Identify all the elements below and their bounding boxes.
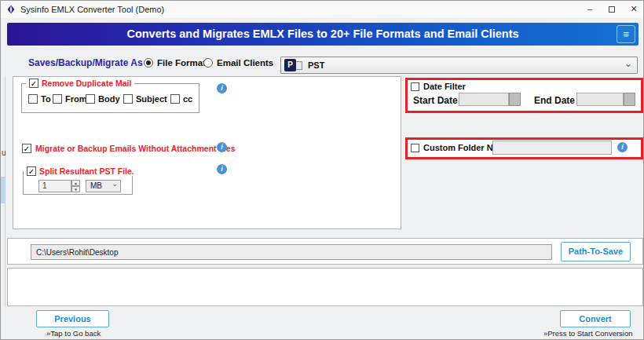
split-size-input[interactable]: 1 (38, 180, 71, 192)
migrate-without-attachment-checkbox[interactable]: ✓ (22, 144, 31, 153)
custom-folder-box: Custom Folder Name i (405, 137, 643, 159)
edge-blue-fragment (1, 177, 5, 203)
outlook-pst-icon: P (284, 59, 305, 71)
criteria-body-checkbox[interactable] (86, 94, 95, 104)
radio-email-clients[interactable]: Email Clients (203, 58, 273, 68)
split-pst-label: Split Resultant PST File. (39, 166, 134, 176)
format-dropdown[interactable]: P PST ⌄ (280, 57, 638, 74)
app-logo-icon (6, 5, 16, 14)
header-banner: Converts and Migrates EMLX Files to 20+ … (7, 23, 639, 46)
criteria-subject-label: Subject (136, 94, 167, 104)
date-filter-row[interactable]: Date Filter (411, 82, 466, 91)
format-dropdown-value: PST (308, 60, 324, 70)
criteria-cc-label: cc (183, 94, 192, 104)
criteria-body-label: Body (98, 94, 120, 104)
end-date-picker-button[interactable] (624, 93, 635, 106)
end-date-input[interactable] (576, 93, 624, 106)
split-pst-checkbox[interactable]: ✓ (27, 166, 36, 176)
criteria-to-label: To (41, 94, 51, 104)
radio-email-clients-control[interactable] (203, 58, 213, 68)
info-icon-remove-duplicate[interactable]: i (217, 83, 227, 93)
start-date-picker-button[interactable] (509, 93, 521, 106)
minimize-button-icon[interactable]: – (579, 1, 601, 18)
split-size-stepper: ▲ ▼ (71, 180, 80, 192)
migrate-without-attachment-label: Migrate or Backup Emails Without Attachm… (35, 144, 235, 153)
radio-file-formats[interactable]: File Formats (144, 58, 210, 68)
options-panel: ✓ Remove Duplicate Mail To From Body Sub… (13, 76, 401, 229)
remove-duplicate-groupbox: ✓ Remove Duplicate Mail To From Body Sub… (21, 83, 199, 113)
date-filter-label: Date Filter (423, 82, 466, 91)
maximize-glyph (609, 6, 615, 13)
info-icon-custom-folder[interactable]: i (617, 142, 628, 152)
hamburger-menu-icon[interactable]: ≡ (617, 25, 635, 43)
banner-title: Converts and Migrates EMLX Files to 20+ … (7, 23, 639, 46)
convert-hint: »Press to Start Conversion (543, 329, 633, 338)
radio-dot (146, 60, 151, 65)
split-pst-header[interactable]: ✓ Split Resultant PST File. (24, 166, 137, 176)
criteria-cc[interactable]: cc (170, 94, 192, 104)
previous-hint: »Tap to Go back (46, 329, 101, 338)
criteria-body[interactable]: Body (86, 94, 120, 104)
criteria-subject-checkbox[interactable] (123, 94, 133, 104)
stepper-down-icon[interactable]: ▼ (71, 186, 80, 192)
save-path-input[interactable] (31, 244, 552, 260)
remove-duplicate-label: Remove Duplicate Mail (42, 79, 131, 88)
radio-email-clients-label: Email Clients (217, 58, 273, 68)
custom-folder-checkbox[interactable] (411, 144, 419, 152)
split-pst-groupbox: ✓ Split Resultant PST File. 1 ▲ ▼ MB ⌄ (23, 171, 133, 195)
end-date-label: End Date (534, 95, 575, 106)
migrate-without-attachment-row[interactable]: ✓ Migrate or Backup Emails Without Attac… (22, 144, 235, 153)
start-date-input[interactable] (459, 93, 509, 106)
pst-letter: P (284, 59, 296, 71)
criteria-from-label: From (65, 94, 87, 104)
info-icon-migrate-attachment[interactable]: i (217, 142, 227, 152)
remove-duplicate-header[interactable]: ✓ Remove Duplicate Mail (26, 79, 134, 88)
title-bar: Sysinfo EMLX Converter Tool (Demo) – ✕ (1, 1, 644, 18)
start-date-label: Start Date (413, 95, 458, 106)
stepper-up-icon[interactable]: ▲ (71, 180, 80, 186)
criteria-to-checkbox[interactable] (28, 94, 38, 104)
date-filter-box: Date Filter Start Date End Date (405, 78, 643, 113)
radio-file-formats-control[interactable] (144, 58, 153, 68)
criteria-subject[interactable]: Subject (123, 94, 167, 104)
split-unit-dropdown[interactable]: MB ⌄ (86, 180, 121, 192)
criteria-from-checkbox[interactable] (53, 94, 62, 104)
date-filter-checkbox[interactable] (411, 82, 419, 91)
split-unit-value: MB (90, 181, 102, 190)
close-button-icon[interactable]: ✕ (623, 1, 644, 18)
path-to-save-button[interactable]: Path-To-Save (561, 242, 631, 261)
status-panel (7, 268, 643, 306)
app-window: Sysinfo EMLX Converter Tool (Demo) – ✕ C… (0, 0, 644, 340)
window-title: Sysinfo EMLX Converter Tool (Demo) (20, 5, 164, 14)
path-panel: Path-To-Save (7, 238, 643, 265)
chevron-down-icon[interactable]: ⌄ (112, 180, 118, 188)
custom-folder-input[interactable] (492, 141, 612, 155)
edge-text-fragment: u (2, 148, 6, 157)
convert-button[interactable]: Convert (560, 310, 631, 327)
criteria-to[interactable]: To (28, 94, 51, 104)
info-icon-split-pst[interactable]: i (217, 164, 227, 174)
chevron-down-icon[interactable]: ⌄ (624, 58, 632, 69)
previous-button[interactable]: Previous (36, 310, 109, 327)
saves-backup-migrate-label: Saves/Backup/Migrate As : (28, 57, 148, 68)
maximize-button-icon[interactable] (601, 1, 623, 18)
remove-duplicate-checkbox[interactable]: ✓ (29, 79, 38, 88)
criteria-from[interactable]: From (53, 94, 87, 104)
criteria-cc-checkbox[interactable] (170, 94, 180, 104)
